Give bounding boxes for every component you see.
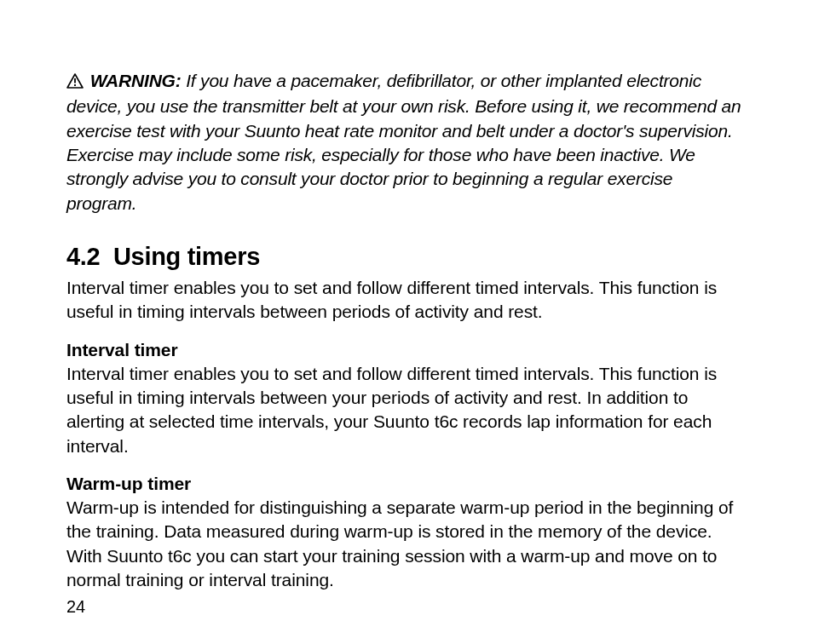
section-heading: 4.2 Using timers	[66, 243, 747, 271]
svg-rect-0	[74, 78, 76, 83]
manual-page: WARNING: If you have a pacemaker, defibr…	[0, 0, 813, 644]
subsection-heading: Interval timer	[66, 340, 747, 360]
subsection-warmup-timer: Warm-up timer Warm-up is intended for di…	[66, 474, 747, 592]
section-number: 4.2	[66, 243, 100, 270]
warning-text: If you have a pacemaker, defibrillator, …	[66, 71, 741, 213]
section-intro: Interval timer enables you to set and fo…	[66, 276, 747, 325]
warning-paragraph: WARNING: If you have a pacemaker, defibr…	[66, 69, 747, 216]
section-title: Using timers	[113, 243, 260, 270]
page-number: 24	[66, 597, 85, 617]
warning-label: WARNING:	[90, 71, 182, 90]
svg-rect-1	[74, 84, 76, 86]
subsection-heading: Warm-up timer	[66, 474, 747, 494]
subsection-interval-timer: Interval timer Interval timer enables yo…	[66, 340, 747, 458]
warning-triangle-icon	[66, 71, 84, 95]
subsection-body: Interval timer enables you to set and fo…	[66, 362, 747, 458]
subsection-body: Warm-up is intended for distinguishing a…	[66, 496, 747, 592]
